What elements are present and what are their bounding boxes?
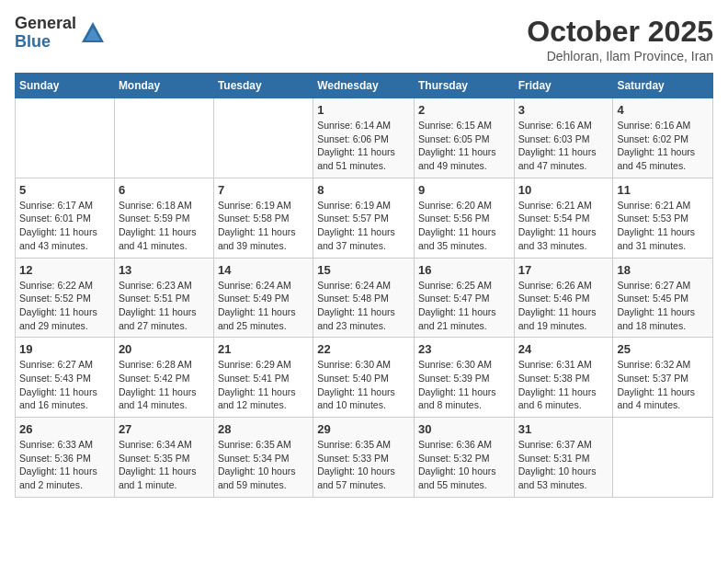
day-info: Sunrise: 6:27 AM Sunset: 5:43 PM Dayligh… (19, 358, 110, 412)
calendar-week-2: 5Sunrise: 6:17 AM Sunset: 6:01 PM Daylig… (16, 178, 713, 258)
day-number: 9 (418, 183, 510, 197)
calendar-cell: 9Sunrise: 6:20 AM Sunset: 5:56 PM Daylig… (414, 178, 514, 258)
day-number: 14 (218, 263, 309, 277)
calendar-cell: 30Sunrise: 6:36 AM Sunset: 5:32 PM Dayli… (414, 418, 514, 498)
day-number: 2 (418, 103, 510, 117)
day-info: Sunrise: 6:14 AM Sunset: 6:06 PM Dayligh… (317, 119, 410, 173)
calendar-cell: 13Sunrise: 6:23 AM Sunset: 5:51 PM Dayli… (114, 258, 213, 338)
day-info: Sunrise: 6:18 AM Sunset: 5:59 PM Dayligh… (119, 199, 210, 253)
weekday-row: SundayMondayTuesdayWednesdayThursdayFrid… (16, 74, 713, 98)
weekday-header-tuesday: Tuesday (213, 74, 313, 98)
day-info: Sunrise: 6:25 AM Sunset: 5:47 PM Dayligh… (418, 279, 510, 333)
calendar-cell: 2Sunrise: 6:15 AM Sunset: 6:05 PM Daylig… (414, 98, 514, 178)
calendar-cell (213, 98, 313, 178)
calendar-table: SundayMondayTuesdayWednesdayThursdayFrid… (15, 73, 713, 498)
day-number: 22 (317, 342, 410, 356)
day-number: 25 (617, 342, 709, 356)
day-info: Sunrise: 6:32 AM Sunset: 5:37 PM Dayligh… (617, 358, 709, 412)
day-number: 10 (518, 183, 609, 197)
day-info: Sunrise: 6:30 AM Sunset: 5:39 PM Dayligh… (418, 358, 510, 412)
calendar-cell: 8Sunrise: 6:19 AM Sunset: 5:57 PM Daylig… (313, 178, 415, 258)
calendar-body: 1Sunrise: 6:14 AM Sunset: 6:06 PM Daylig… (16, 98, 713, 498)
day-number: 15 (317, 263, 410, 277)
calendar-week-3: 12Sunrise: 6:22 AM Sunset: 5:52 PM Dayli… (16, 258, 713, 338)
day-number: 4 (617, 103, 709, 117)
day-info: Sunrise: 6:21 AM Sunset: 5:53 PM Dayligh… (617, 199, 709, 253)
day-number: 31 (518, 422, 609, 436)
day-number: 3 (518, 103, 609, 117)
day-info: Sunrise: 6:21 AM Sunset: 5:54 PM Dayligh… (518, 199, 609, 253)
day-number: 7 (218, 183, 309, 197)
weekday-header-thursday: Thursday (414, 74, 514, 98)
calendar-week-5: 26Sunrise: 6:33 AM Sunset: 5:36 PM Dayli… (16, 418, 713, 498)
day-number: 29 (317, 422, 410, 436)
calendar-cell: 31Sunrise: 6:37 AM Sunset: 5:31 PM Dayli… (514, 418, 613, 498)
calendar-cell: 15Sunrise: 6:24 AM Sunset: 5:48 PM Dayli… (313, 258, 415, 338)
day-info: Sunrise: 6:37 AM Sunset: 5:31 PM Dayligh… (518, 438, 609, 492)
day-number: 27 (119, 422, 210, 436)
day-info: Sunrise: 6:30 AM Sunset: 5:40 PM Dayligh… (317, 358, 410, 412)
day-number: 30 (418, 422, 510, 436)
day-number: 16 (418, 263, 510, 277)
calendar-cell: 4Sunrise: 6:16 AM Sunset: 6:02 PM Daylig… (613, 98, 713, 178)
day-number: 8 (317, 183, 410, 197)
day-number: 24 (518, 342, 609, 356)
day-info: Sunrise: 6:33 AM Sunset: 5:36 PM Dayligh… (19, 438, 110, 492)
calendar-cell: 17Sunrise: 6:26 AM Sunset: 5:46 PM Dayli… (514, 258, 613, 338)
calendar-cell: 1Sunrise: 6:14 AM Sunset: 6:06 PM Daylig… (313, 98, 415, 178)
calendar-cell: 25Sunrise: 6:32 AM Sunset: 5:37 PM Dayli… (613, 338, 713, 418)
weekday-header-saturday: Saturday (613, 74, 713, 98)
logo-icon (80, 20, 106, 46)
day-info: Sunrise: 6:19 AM Sunset: 5:57 PM Dayligh… (317, 199, 410, 253)
calendar-header: SundayMondayTuesdayWednesdayThursdayFrid… (16, 74, 713, 98)
day-info: Sunrise: 6:34 AM Sunset: 5:35 PM Dayligh… (119, 438, 210, 492)
day-number: 23 (418, 342, 510, 356)
calendar-cell: 18Sunrise: 6:27 AM Sunset: 5:45 PM Dayli… (613, 258, 713, 338)
calendar-cell (16, 98, 115, 178)
calendar-cell: 5Sunrise: 6:17 AM Sunset: 6:01 PM Daylig… (16, 178, 115, 258)
calendar-cell: 28Sunrise: 6:35 AM Sunset: 5:34 PM Dayli… (213, 418, 313, 498)
calendar-cell: 14Sunrise: 6:24 AM Sunset: 5:49 PM Dayli… (213, 258, 313, 338)
day-info: Sunrise: 6:22 AM Sunset: 5:52 PM Dayligh… (19, 279, 110, 333)
day-info: Sunrise: 6:31 AM Sunset: 5:38 PM Dayligh… (518, 358, 609, 412)
page-header: General Blue October 2025 Dehloran, Ilam… (15, 15, 713, 63)
day-info: Sunrise: 6:27 AM Sunset: 5:45 PM Dayligh… (617, 279, 709, 333)
calendar-cell: 11Sunrise: 6:21 AM Sunset: 5:53 PM Dayli… (613, 178, 713, 258)
day-info: Sunrise: 6:28 AM Sunset: 5:42 PM Dayligh… (119, 358, 210, 412)
calendar-week-4: 19Sunrise: 6:27 AM Sunset: 5:43 PM Dayli… (16, 338, 713, 418)
day-number: 18 (617, 263, 709, 277)
calendar-cell: 23Sunrise: 6:30 AM Sunset: 5:39 PM Dayli… (414, 338, 514, 418)
calendar-cell: 22Sunrise: 6:30 AM Sunset: 5:40 PM Dayli… (313, 338, 415, 418)
weekday-header-friday: Friday (514, 74, 613, 98)
calendar-cell: 3Sunrise: 6:16 AM Sunset: 6:03 PM Daylig… (514, 98, 613, 178)
day-info: Sunrise: 6:36 AM Sunset: 5:32 PM Dayligh… (418, 438, 510, 492)
calendar-cell: 10Sunrise: 6:21 AM Sunset: 5:54 PM Dayli… (514, 178, 613, 258)
title-block: October 2025 Dehloran, Ilam Province, Ir… (527, 15, 713, 63)
calendar-week-1: 1Sunrise: 6:14 AM Sunset: 6:06 PM Daylig… (16, 98, 713, 178)
weekday-header-monday: Monday (114, 74, 213, 98)
weekday-header-sunday: Sunday (16, 74, 115, 98)
calendar-cell: 19Sunrise: 6:27 AM Sunset: 5:43 PM Dayli… (16, 338, 115, 418)
day-info: Sunrise: 6:15 AM Sunset: 6:05 PM Dayligh… (418, 119, 510, 173)
day-number: 19 (19, 342, 110, 356)
day-info: Sunrise: 6:16 AM Sunset: 6:02 PM Dayligh… (617, 119, 709, 173)
day-number: 20 (119, 342, 210, 356)
calendar-cell: 26Sunrise: 6:33 AM Sunset: 5:36 PM Dayli… (16, 418, 115, 498)
day-info: Sunrise: 6:20 AM Sunset: 5:56 PM Dayligh… (418, 199, 510, 253)
calendar-cell: 12Sunrise: 6:22 AM Sunset: 5:52 PM Dayli… (16, 258, 115, 338)
calendar-cell: 29Sunrise: 6:35 AM Sunset: 5:33 PM Dayli… (313, 418, 415, 498)
calendar-cell: 24Sunrise: 6:31 AM Sunset: 5:38 PM Dayli… (514, 338, 613, 418)
day-number: 12 (19, 263, 110, 277)
day-number: 5 (19, 183, 110, 197)
day-number: 17 (518, 263, 609, 277)
day-number: 13 (119, 263, 210, 277)
day-info: Sunrise: 6:29 AM Sunset: 5:41 PM Dayligh… (218, 358, 309, 412)
day-info: Sunrise: 6:35 AM Sunset: 5:33 PM Dayligh… (317, 438, 410, 492)
day-number: 6 (119, 183, 210, 197)
day-number: 28 (218, 422, 309, 436)
day-number: 21 (218, 342, 309, 356)
day-number: 26 (19, 422, 110, 436)
day-info: Sunrise: 6:16 AM Sunset: 6:03 PM Dayligh… (518, 119, 609, 173)
day-info: Sunrise: 6:26 AM Sunset: 5:46 PM Dayligh… (518, 279, 609, 333)
day-number: 11 (617, 183, 709, 197)
